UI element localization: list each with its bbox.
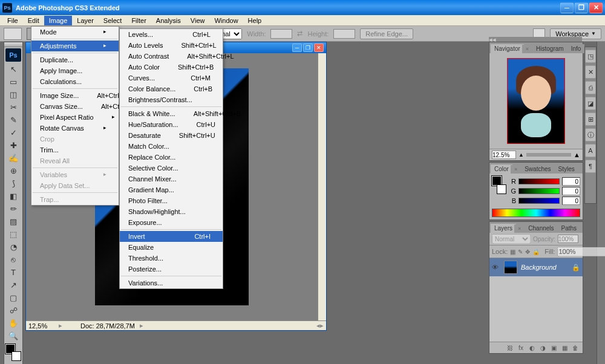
dock-icon-3[interactable]: ◪ xyxy=(585,97,596,110)
tab-channels[interactable]: Channels xyxy=(525,224,557,233)
menuitem-match-color-[interactable]: Match Color... xyxy=(120,141,223,152)
layer-thumbnail[interactable] xyxy=(504,261,517,274)
menuitem-threshold-[interactable]: Threshold... xyxy=(120,253,223,264)
tab-navigator[interactable]: Navigator xyxy=(491,44,524,53)
menuitem-replace-color-[interactable]: Replace Color... xyxy=(120,152,223,163)
navigator-thumbnail[interactable] xyxy=(507,58,565,144)
dock-icon-4[interactable]: ⊞ xyxy=(585,112,596,126)
minimize-button[interactable]: ─ xyxy=(560,2,574,13)
navigator-zoom-input[interactable] xyxy=(492,151,516,159)
tool-7[interactable]: ✍ xyxy=(5,152,21,164)
b-input[interactable] xyxy=(562,197,580,205)
menuitem-pixel-aspect-ratio[interactable]: Pixel Aspect Ratio xyxy=(31,112,119,123)
tool-14[interactable]: ◔ xyxy=(5,241,21,253)
color-swatches-mini[interactable] xyxy=(492,176,506,194)
tool-12[interactable]: ▨ xyxy=(5,215,21,227)
refine-edge-button[interactable]: Refine Edge... xyxy=(360,28,413,39)
close-button[interactable]: ✕ xyxy=(589,2,603,13)
tool-3[interactable]: ✂ xyxy=(5,101,21,113)
lock-transparent-icon[interactable]: ▦ xyxy=(510,247,515,256)
zoom-slider[interactable] xyxy=(526,153,571,157)
dock-icon-7[interactable]: ¶ xyxy=(585,160,596,173)
tool-2[interactable]: ◫ xyxy=(5,88,21,100)
tab-paths[interactable]: Paths xyxy=(558,224,581,233)
zoom-in-icon[interactable]: ▲ xyxy=(574,151,580,158)
delete-layer-icon[interactable]: 🗑 xyxy=(571,343,580,352)
menuitem-trim-[interactable]: Trim... xyxy=(31,145,119,155)
menuitem-canvas-size-[interactable]: Canvas Size...Alt+Ctrl+C xyxy=(31,101,119,112)
tool-4[interactable]: ✎ xyxy=(5,114,21,126)
menu-filter[interactable]: Filter xyxy=(126,16,151,25)
menuitem-auto-levels[interactable]: Auto LevelsShift+Ctrl+L xyxy=(120,40,223,51)
dock-icon-1[interactable]: ✕ xyxy=(585,65,596,79)
tool-6[interactable]: ✚ xyxy=(5,139,21,151)
lock-pixels-icon[interactable]: ✎ xyxy=(518,247,523,256)
menu-layer[interactable]: Layer xyxy=(72,16,99,25)
menuitem-duplicate-[interactable]: Duplicate... xyxy=(31,54,119,65)
adjustment-layer-icon[interactable]: ◑ xyxy=(538,343,548,352)
doc-close-button[interactable]: ✕ xyxy=(314,44,324,52)
tool-9[interactable]: ⟆ xyxy=(5,177,21,189)
tab-histogram[interactable]: Histogram xyxy=(532,44,567,53)
menu-file[interactable]: File xyxy=(2,16,23,25)
background-swatch[interactable] xyxy=(11,351,21,361)
menuitem-calculations-[interactable]: Calculations... xyxy=(31,76,119,87)
tab-close-icon[interactable]: × xyxy=(514,224,525,233)
tab-info[interactable]: Info xyxy=(567,44,585,53)
g-input[interactable] xyxy=(562,187,580,195)
menuitem-image-size-[interactable]: Image Size...Alt+Ctrl+I xyxy=(31,90,119,101)
tool-20[interactable]: ✋ xyxy=(5,317,21,329)
g-slider[interactable] xyxy=(518,188,560,194)
menu-select[interactable]: Select xyxy=(99,16,127,25)
menu-help[interactable]: Help xyxy=(243,16,267,25)
lock-all-icon[interactable]: 🔒 xyxy=(532,247,540,256)
tab-swatches[interactable]: Swatches xyxy=(521,164,554,174)
menuitem-brightness-contrast-[interactable]: Brightness/Contrast... xyxy=(120,94,223,105)
zoom-value[interactable]: 12,5% xyxy=(28,322,59,330)
tool-11[interactable]: ✏ xyxy=(5,203,21,215)
maximize-button[interactable]: ❐ xyxy=(575,2,588,13)
right-dock-edge[interactable] xyxy=(597,42,605,364)
tool-15[interactable]: ⎋ xyxy=(5,253,21,265)
lock-position-icon[interactable]: ✥ xyxy=(525,247,530,256)
menuitem-levels-[interactable]: Levels...Ctrl+L xyxy=(120,29,223,40)
menuitem-equalize[interactable]: Equalize xyxy=(120,242,223,253)
doc-minimize-button[interactable]: ─ xyxy=(292,44,302,52)
tab-styles[interactable]: Styles xyxy=(555,164,578,174)
r-slider[interactable] xyxy=(518,178,560,184)
layer-mask-icon[interactable]: ◐ xyxy=(527,343,537,352)
menu-analysis[interactable]: Analysis xyxy=(151,16,186,25)
menuitem-mode[interactable]: Mode xyxy=(31,27,119,37)
menuitem-rotate-canvas[interactable]: Rotate Canvas xyxy=(31,123,119,134)
layer-row-background[interactable]: 👁 Background 🔒 xyxy=(489,258,583,276)
menuitem-gradient-map-[interactable]: Gradient Map... xyxy=(120,184,223,195)
visibility-icon[interactable]: 👁 xyxy=(492,264,500,271)
menuitem-selective-color-[interactable]: Selective Color... xyxy=(120,163,223,174)
menu-view[interactable]: View xyxy=(186,16,210,25)
current-tool-icon[interactable] xyxy=(4,28,22,40)
tool-0[interactable]: ↖ xyxy=(5,63,21,75)
tool-16[interactable]: T xyxy=(5,266,21,278)
menuitem-color-balance-[interactable]: Color Balance...Ctrl+B xyxy=(120,83,223,94)
tool-13[interactable]: ⬚ xyxy=(5,228,21,240)
menuitem-photo-filter-[interactable]: Photo Filter... xyxy=(120,195,223,206)
r-input[interactable] xyxy=(562,177,580,186)
tool-1[interactable]: ▭ xyxy=(5,76,21,88)
menuitem-shadow-highlight-[interactable]: Shadow/Highlight... xyxy=(120,206,223,217)
tool-10[interactable]: ◧ xyxy=(5,190,21,202)
menuitem-invert[interactable]: InvertCtrl+I xyxy=(120,231,223,242)
dock-icon-6[interactable]: A xyxy=(585,144,596,157)
new-layer-icon[interactable]: ▦ xyxy=(560,343,569,352)
vertical-scrollbar[interactable] xyxy=(318,53,326,320)
menuitem-apply-image-[interactable]: Apply Image... xyxy=(31,65,119,76)
layer-style-icon[interactable]: fx xyxy=(516,343,526,352)
menuitem-variations-[interactable]: Variations... xyxy=(120,278,223,288)
group-icon[interactable]: ▣ xyxy=(549,343,558,352)
menuitem-black-white-[interactable]: Black & White...Alt+Shift+Ctrl+B xyxy=(120,108,223,119)
menuitem-auto-contrast[interactable]: Auto ContrastAlt+Shift+Ctrl+L xyxy=(120,51,223,62)
menuitem-exposure-[interactable]: Exposure... xyxy=(120,217,223,228)
menu-window[interactable]: Window xyxy=(209,16,243,25)
color-swatches[interactable] xyxy=(5,344,21,361)
panel-grip[interactable]: ◂◂ xyxy=(489,37,582,42)
menuitem-hue-saturation-[interactable]: Hue/Saturation...Ctrl+U xyxy=(120,119,223,130)
